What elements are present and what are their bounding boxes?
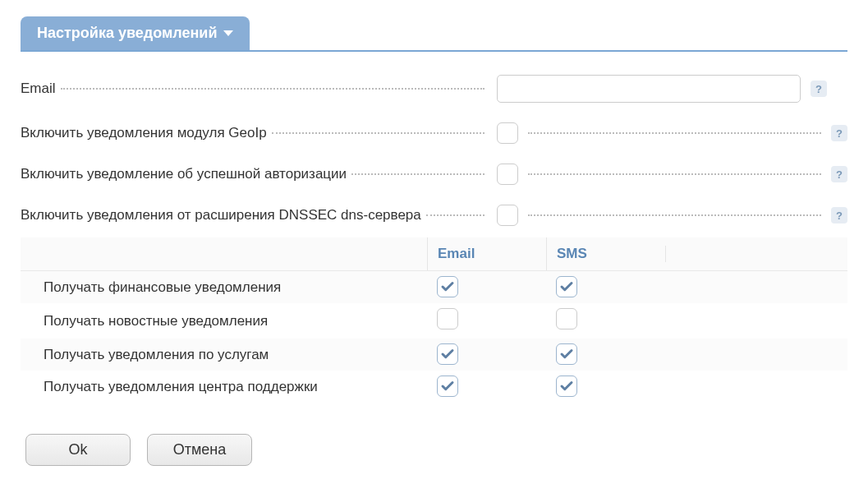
tab-title: Настройка уведомлений — [37, 25, 217, 42]
dnssec-label: Включить уведомления от расширения DNSSE… — [21, 207, 421, 223]
email-input[interactable] — [497, 75, 801, 103]
help-icon[interactable]: ? — [831, 125, 847, 141]
email-checkbox[interactable] — [437, 343, 458, 365]
row-auth: Включить уведомление об успешной авториз… — [21, 164, 847, 185]
cancel-button[interactable]: Отмена — [147, 434, 252, 466]
table-row: Получать уведомления центра поддержки — [21, 371, 847, 403]
sms-checkbox[interactable] — [556, 376, 577, 397]
row-email: Email ? — [21, 75, 847, 103]
dots-fill — [528, 132, 821, 134]
email-label: Email — [21, 81, 56, 97]
footer-buttons: Ok Отмена — [21, 434, 847, 466]
header-sms: SMS — [546, 237, 665, 270]
header-email: Email — [427, 237, 546, 270]
email-checkbox[interactable] — [437, 276, 458, 297]
dots-fill — [272, 132, 485, 134]
help-icon[interactable]: ? — [831, 207, 847, 223]
geoip-label: Включить уведомления модуля GeoIp — [21, 125, 267, 141]
dots-fill — [426, 214, 485, 216]
table-header-row: Email SMS — [21, 237, 847, 271]
row-label: Получать уведомления по услугам — [21, 342, 427, 368]
row-label: Получать уведомления центра поддержки — [21, 374, 427, 400]
email-checkbox[interactable] — [437, 308, 458, 329]
row-label: Получать новостные уведомления — [21, 308, 427, 334]
row-label: Получать финансовые уведомления — [21, 274, 427, 301]
dots-fill — [351, 173, 485, 175]
tab-bar: Настройка уведомлений — [21, 16, 847, 52]
row-dnssec: Включить уведомления от расширения DNSSE… — [21, 205, 847, 226]
notifications-table: Email SMS Получать финансовые уведомлени… — [21, 237, 847, 403]
header-empty — [665, 246, 847, 262]
dots-fill — [61, 88, 485, 90]
row-geoip: Включить уведомления модуля GeoIp ? — [21, 122, 847, 144]
sms-checkbox[interactable] — [556, 276, 577, 297]
dots-fill — [528, 173, 821, 175]
auth-label: Включить уведомление об успешной авториз… — [21, 166, 347, 182]
help-icon[interactable]: ? — [831, 166, 847, 182]
table-row: Получать новостные уведомления — [21, 303, 847, 339]
dnssec-checkbox[interactable] — [497, 205, 518, 226]
table-row: Получать финансовые уведомления — [21, 271, 847, 303]
header-name — [21, 246, 427, 262]
auth-checkbox[interactable] — [497, 164, 518, 185]
geoip-checkbox[interactable] — [497, 122, 518, 144]
table-row: Получать уведомления по услугам — [21, 339, 847, 371]
email-checkbox[interactable] — [437, 376, 458, 397]
dots-fill — [528, 214, 821, 216]
help-icon[interactable]: ? — [811, 81, 827, 97]
chevron-down-icon — [223, 30, 233, 36]
sms-checkbox[interactable] — [556, 308, 577, 329]
ok-button[interactable]: Ok — [25, 434, 131, 466]
tab-notifications[interactable]: Настройка уведомлений — [21, 16, 250, 50]
sms-checkbox[interactable] — [556, 343, 577, 365]
